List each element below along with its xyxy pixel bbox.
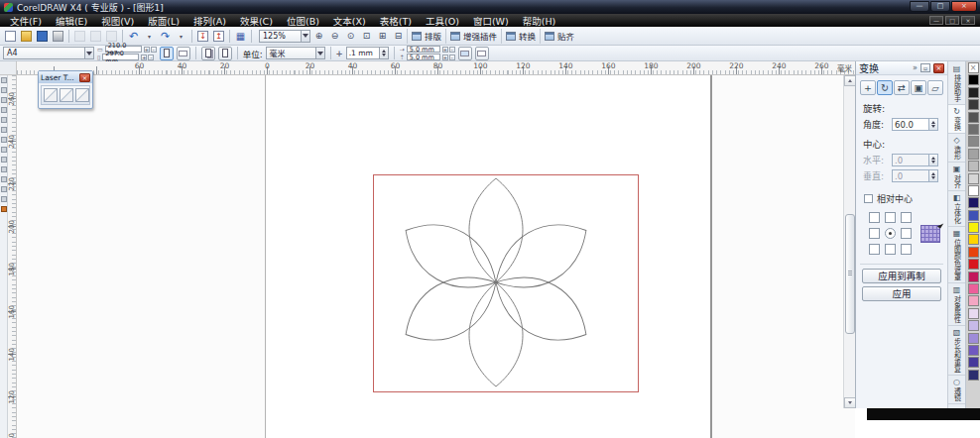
anchor-checkbox[interactable] [869, 212, 880, 223]
anchor-checkbox[interactable] [885, 212, 896, 223]
ellipse-tool[interactable] [1, 147, 7, 153]
snap-options-button[interactable] [475, 47, 489, 60]
color-swatch[interactable] [968, 345, 979, 356]
chevron-down-icon[interactable] [301, 31, 309, 42]
color-swatch[interactable] [968, 370, 979, 381]
color-swatch[interactable] [968, 357, 979, 368]
docker-tab[interactable]: ▦ 位图颜色遮罩 [948, 227, 965, 283]
docker-collapse-icon[interactable]: ▫ [920, 63, 930, 72]
menu-item[interactable]: 表格(T) [373, 14, 419, 27]
laser-tool-1-icon[interactable] [44, 88, 58, 102]
sep[interactable] [229, 30, 230, 43]
menu-item[interactable]: 效果(C) [233, 14, 280, 27]
freehand-tool[interactable] [1, 117, 7, 123]
vertical-scrollbar[interactable] [843, 75, 855, 408]
treat-as-filled-button[interactable] [458, 47, 472, 60]
maximize-button[interactable]: □ [930, 1, 950, 12]
docker-tab[interactable]: ↻ 变换 [948, 105, 965, 134]
polygon-tool[interactable] [1, 157, 7, 163]
menu-item[interactable]: 文本(X) [326, 14, 373, 27]
transform-skew-icon[interactable]: ▱ [927, 80, 943, 95]
anchor-checkbox[interactable] [901, 228, 912, 239]
color-swatch[interactable] [968, 136, 979, 147]
docker-tab[interactable]: ▤ 排版助手 [948, 62, 965, 105]
color-swatch[interactable] [968, 112, 979, 123]
copy-icon[interactable] [88, 29, 103, 44]
duplicate-y-field[interactable]: 5.0 mm [407, 54, 440, 60]
laser-toolbar-window[interactable]: Laser T... × [38, 70, 93, 109]
nudge-spinner[interactable] [380, 47, 389, 59]
import-icon[interactable]: ↧ [195, 29, 210, 44]
menu-item[interactable]: 排列(A) [186, 14, 233, 27]
color-swatch[interactable] [968, 185, 979, 196]
anchor-checkbox[interactable] [901, 244, 912, 255]
doc-minimize-button[interactable]: — [929, 16, 943, 25]
color-swatch[interactable] [968, 247, 979, 258]
ruler-origin-corner[interactable] [0, 61, 17, 75]
zoom-out-icon[interactable]: ⊖ [327, 29, 342, 44]
interactive-tool[interactable] [1, 176, 7, 182]
anchor-checkbox[interactable] [885, 244, 896, 255]
color-swatch[interactable] [968, 333, 979, 344]
zoom-level-select[interactable]: 125% [259, 30, 310, 43]
sep[interactable] [191, 30, 192, 43]
redo-icon[interactable]: ↷ [158, 29, 173, 44]
menu-item[interactable]: 视图(V) [94, 14, 141, 27]
zoom-in-icon[interactable]: ⊕ [311, 29, 326, 44]
toolbar-text-button[interactable]: 增强插件 [445, 29, 501, 44]
menu-item[interactable]: 工具(O) [419, 14, 466, 27]
spin-down[interactable]: - [151, 47, 157, 53]
center-h-spinner[interactable] [929, 154, 938, 166]
relative-center-checkbox[interactable] [864, 194, 873, 203]
anchor-checkbox[interactable] [901, 212, 912, 223]
vertical-ruler[interactable]: 260240220200180160140120100 [8, 75, 17, 438]
redo-arrow-icon[interactable]: ▾ [174, 29, 188, 44]
spin-up[interactable]: + [442, 55, 448, 60]
drawing-canvas[interactable] [17, 75, 855, 438]
color-swatch[interactable] [968, 234, 979, 245]
docker-tab[interactable]: ○ 透镜 [948, 376, 965, 404]
portrait-button[interactable] [160, 47, 174, 60]
center-v-field[interactable]: .0 [892, 169, 929, 182]
menu-item[interactable]: 编辑(E) [49, 14, 94, 27]
spin-up[interactable]: + [442, 47, 448, 53]
units-select[interactable]: 毫米 [266, 47, 325, 59]
docker-tab[interactable]: ▣ 对齐 [948, 163, 965, 191]
menu-item[interactable]: 窗口(W) [466, 14, 516, 27]
zoom-selected-icon[interactable]: ⊡ [359, 29, 374, 44]
color-swatch[interactable] [968, 161, 979, 171]
app-launcher-icon[interactable]: ▦ [233, 29, 248, 44]
angle-spinner[interactable] [929, 118, 938, 131]
toolbar-text-button[interactable]: 转换 [501, 29, 540, 44]
smart-fill-tool[interactable] [1, 127, 7, 133]
color-swatch[interactable]: × [968, 62, 979, 73]
color-swatch[interactable] [968, 87, 979, 98]
center-h-field[interactable]: .0 [892, 154, 929, 166]
nudge-field[interactable]: .1 mm [346, 47, 380, 59]
all-pages-button[interactable] [201, 47, 215, 60]
color-swatch[interactable] [968, 74, 979, 85]
cut-icon[interactable] [72, 29, 87, 44]
duplicate-x-field[interactable]: 5.0 mm [407, 46, 440, 53]
horizontal-ruler[interactable]: 6040200204060801001201401601802002202402… [17, 61, 855, 75]
eyedropper-tool[interactable] [1, 186, 7, 192]
color-swatch[interactable] [968, 222, 979, 233]
zoom-page-icon[interactable]: ⊞ [375, 29, 390, 44]
save-icon[interactable] [35, 29, 50, 44]
print-icon[interactable] [51, 29, 65, 44]
new-icon[interactable] [3, 29, 18, 44]
zoom-width-icon[interactable]: ⊟ [391, 29, 406, 44]
color-swatch[interactable] [968, 210, 979, 221]
spin-down[interactable]: - [449, 47, 455, 53]
color-swatch[interactable] [968, 272, 979, 282]
sep[interactable] [68, 30, 69, 43]
laser-toolbar-titlebar[interactable]: Laser T... × [39, 71, 92, 83]
color-swatch[interactable] [968, 308, 979, 319]
anchor-checkbox[interactable] [869, 244, 880, 255]
doc-restore-button[interactable]: □ [945, 16, 959, 25]
menu-item[interactable]: 帮助(H) [516, 14, 563, 27]
menu-item[interactable]: 版面(L) [141, 14, 186, 27]
color-swatch[interactable] [968, 259, 979, 270]
landscape-button[interactable] [177, 47, 190, 60]
color-swatch[interactable] [968, 295, 979, 306]
